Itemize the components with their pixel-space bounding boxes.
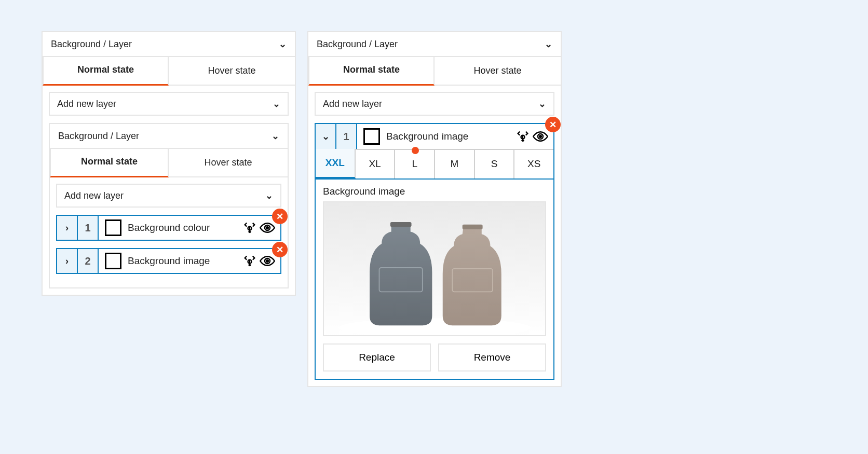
breakpoint-tab-xs[interactable]: XS bbox=[514, 149, 553, 178]
layer-label: Background colour bbox=[128, 222, 241, 233]
layer-label: Background image bbox=[386, 131, 514, 142]
delete-button[interactable]: ✕ bbox=[545, 117, 561, 132]
svg-point-8 bbox=[539, 135, 541, 137]
breakpoint-tab-xl[interactable]: XL bbox=[356, 149, 396, 178]
nested-panel: Background / Layer ⌄ Normal state Hover … bbox=[49, 123, 289, 288]
breakpoint-tab-xxl[interactable]: XXL bbox=[316, 149, 356, 178]
eye-icon[interactable] bbox=[259, 255, 276, 267]
add-new-layer-dropdown[interactable]: Add new layer ⌄ bbox=[315, 92, 554, 116]
eye-icon[interactable] bbox=[532, 131, 549, 142]
layer-number: 2 bbox=[78, 249, 99, 273]
layer-number: 1 bbox=[336, 124, 357, 149]
colour-swatch[interactable] bbox=[105, 253, 121, 269]
chevron-down-icon: ⌄ bbox=[545, 38, 552, 50]
chevron-down-icon: ⌄ bbox=[273, 98, 280, 109]
state-tabs-nested: Normal state Hover state bbox=[50, 149, 288, 177]
background-image-preview bbox=[323, 201, 546, 336]
dropdown-label: Add new layer bbox=[323, 99, 382, 109]
chevron-right-icon[interactable]: › bbox=[57, 216, 78, 240]
remove-button[interactable]: Remove bbox=[438, 343, 546, 372]
delete-button[interactable]: ✕ bbox=[272, 209, 288, 224]
breakpoint-tabs: XXLXLLMSXS bbox=[315, 149, 554, 180]
left-panel: Background / Layer ⌄ Normal state Hover … bbox=[42, 31, 296, 296]
tab-normal-state[interactable]: Normal state bbox=[43, 56, 169, 86]
svg-rect-12 bbox=[463, 225, 483, 229]
bottles-image bbox=[324, 201, 545, 335]
tab-normal-state[interactable]: Normal state bbox=[50, 148, 169, 177]
indicator-dot bbox=[412, 147, 419, 154]
tab-hover-state[interactable]: Hover state bbox=[435, 57, 561, 85]
eye-icon[interactable] bbox=[259, 222, 276, 233]
layer-row[interactable]: › 1 Background colour ✕ bbox=[56, 215, 281, 241]
dropdown-label: Add new layer bbox=[64, 190, 124, 201]
chevron-right-icon[interactable]: › bbox=[57, 249, 78, 273]
section-title: Background / Layer bbox=[58, 131, 139, 142]
chevron-down-icon: ⌄ bbox=[279, 38, 287, 50]
svg-point-9 bbox=[338, 318, 531, 335]
tab-normal-state[interactable]: Normal state bbox=[308, 56, 435, 86]
layer-label: Background image bbox=[128, 255, 241, 267]
section-header-bg-layer[interactable]: Background / Layer ⌄ bbox=[43, 32, 295, 57]
svg-rect-10 bbox=[390, 222, 412, 227]
layer-row[interactable]: › 2 Background image ✕ bbox=[56, 248, 281, 274]
chevron-down-icon: ⌄ bbox=[538, 98, 546, 109]
colour-swatch[interactable] bbox=[105, 219, 121, 236]
breakpoint-tab-l[interactable]: L bbox=[395, 149, 435, 178]
section-title: Background / Layer bbox=[51, 39, 132, 50]
tab-hover-state[interactable]: Hover state bbox=[169, 149, 288, 176]
breakpoint-tab-m[interactable]: M bbox=[435, 149, 475, 178]
chevron-down-icon[interactable]: ⌄ bbox=[316, 124, 336, 149]
drag-icon[interactable] bbox=[241, 254, 259, 268]
layer-row[interactable]: ⌄ 1 Background image ✕ bbox=[315, 123, 554, 149]
add-new-layer-dropdown[interactable]: Add new layer ⌄ bbox=[56, 184, 281, 208]
section-header-bg-layer-nested[interactable]: Background / Layer ⌄ bbox=[50, 124, 288, 149]
button-row: Replace Remove bbox=[323, 343, 546, 372]
svg-point-2 bbox=[266, 227, 268, 229]
delete-button[interactable]: ✕ bbox=[272, 242, 288, 257]
svg-point-5 bbox=[266, 260, 268, 262]
add-new-layer-dropdown[interactable]: Add new layer ⌄ bbox=[49, 92, 289, 116]
section-header-bg-layer[interactable]: Background / Layer ⌄ bbox=[308, 32, 561, 57]
right-panel: Background / Layer ⌄ Normal state Hover … bbox=[307, 31, 562, 387]
replace-button[interactable]: Replace bbox=[323, 343, 431, 372]
section-title: Background / Layer bbox=[317, 39, 398, 50]
drag-icon[interactable] bbox=[514, 129, 532, 144]
colour-swatch[interactable] bbox=[363, 128, 380, 145]
layer-detail: Background image bbox=[315, 180, 554, 380]
chevron-down-icon: ⌄ bbox=[265, 190, 273, 201]
state-tabs: Normal state Hover state bbox=[43, 57, 295, 86]
chevron-down-icon: ⌄ bbox=[272, 130, 279, 142]
tab-hover-state[interactable]: Hover state bbox=[169, 57, 295, 85]
breakpoint-tab-s[interactable]: S bbox=[475, 149, 515, 178]
drag-icon[interactable] bbox=[241, 221, 259, 235]
dropdown-label: Add new layer bbox=[57, 99, 116, 109]
state-tabs: Normal state Hover state bbox=[308, 57, 561, 86]
detail-title: Background image bbox=[323, 186, 546, 197]
layer-number: 1 bbox=[78, 216, 99, 240]
